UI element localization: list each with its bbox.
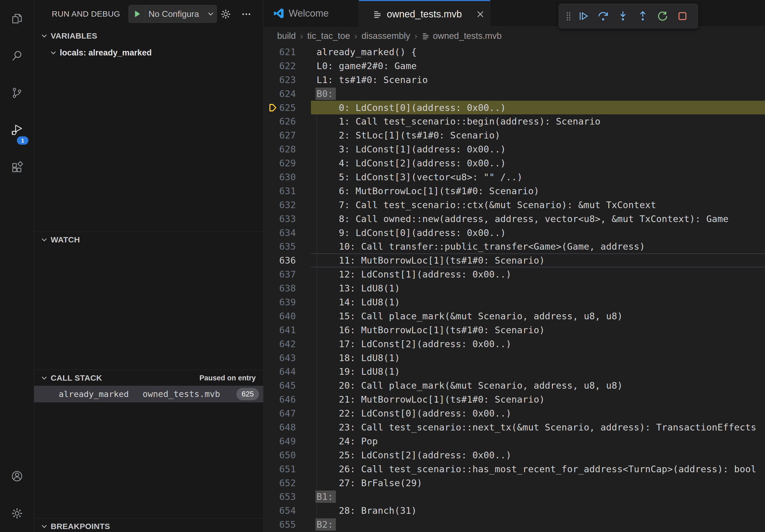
gutter-line-630[interactable]: 630	[264, 170, 311, 184]
code-line-632[interactable]: 632 7: Call test_scenario::ctx(&mut Scen…	[264, 198, 765, 212]
activity-bar-run-and-debug[interactable]: 1	[0, 112, 34, 149]
breakpoints-section-header[interactable]: BREAKPOINTS	[34, 518, 263, 532]
gutter-line-648[interactable]: 648	[264, 420, 311, 434]
gutter-line-655[interactable]: 655	[264, 518, 311, 531]
debug-settings-gear-icon[interactable]	[220, 9, 231, 20]
line-content[interactable]: 17: LdConst[2](address: 0x00..)	[311, 337, 765, 351]
activity-bar-search[interactable]	[0, 37, 34, 75]
line-content[interactable]: 25: LdConst[2](address: 0x00..)	[311, 448, 765, 462]
gutter-line-640[interactable]: 640	[264, 309, 311, 323]
code-editor[interactable]: 621already_marked() {622L0: game#2#0: Ga…	[264, 45, 765, 532]
code-line-650[interactable]: 650 25: LdConst[2](address: 0x00..)	[264, 448, 765, 462]
code-line-622[interactable]: 622L0: game#2#0: Game	[264, 59, 765, 73]
gutter-line-639[interactable]: 639	[264, 295, 311, 309]
code-line-646[interactable]: 646 21: MutBorrowLoc[1](ts#1#0: Scenario…	[264, 393, 765, 406]
line-content[interactable]: 20: Call place_mark(&mut Scenario, addre…	[311, 379, 765, 393]
line-content[interactable]: 14: LdU8(1)	[311, 295, 765, 309]
gutter-line-651[interactable]: 651	[264, 462, 311, 476]
line-content[interactable]: 12: LdConst[1](address: 0x00..)	[311, 267, 765, 281]
line-content[interactable]: 19: LdU8(1)	[311, 365, 765, 379]
call-stack-section-header[interactable]: CALL STACK Paused on entry	[34, 370, 263, 386]
start-debugging-icon[interactable]	[129, 5, 145, 23]
code-line-639[interactable]: 639 14: LdU8(1)	[264, 295, 765, 309]
gutter-line-638[interactable]: 638	[264, 281, 311, 295]
activity-bar-extensions[interactable]	[0, 149, 34, 186]
line-content[interactable]: 2: StLoc[1](ts#1#0: Scenario)	[311, 128, 765, 142]
line-content[interactable]: 0: LdConst[0](address: 0x00..)	[311, 101, 765, 115]
line-content[interactable]: B2:	[311, 518, 765, 531]
close-icon[interactable]	[476, 10, 485, 19]
watch-section-header[interactable]: WATCH	[34, 231, 263, 247]
continue-button[interactable]	[573, 6, 593, 26]
code-line-628[interactable]: 628 3: LdConst[1](address: 0x00..)	[264, 142, 765, 156]
line-content[interactable]: 23: Call test_scenario::next_tx(&mut Sce…	[311, 420, 765, 434]
code-line-633[interactable]: 633 8: Call owned::new(address, address,…	[264, 212, 765, 226]
gutter-line-629[interactable]: 629	[264, 156, 311, 170]
line-content[interactable]: 8: Call owned::new(address, address, vec…	[311, 212, 765, 226]
line-content[interactable]: 7: Call test_scenario::ctx(&mut Scenario…	[311, 198, 765, 212]
chevron-down-icon[interactable]	[205, 10, 217, 18]
gutter-line-635[interactable]: 635	[264, 239, 311, 253]
code-line-652[interactable]: 652 27: BrFalse(29)	[264, 476, 765, 490]
code-line-649[interactable]: 649 24: Pop	[264, 434, 765, 448]
line-content[interactable]: 3: LdConst[1](address: 0x00..)	[311, 142, 765, 156]
gutter-line-634[interactable]: 634	[264, 226, 311, 240]
code-line-623[interactable]: 623L1: ts#1#0: Scenario	[264, 73, 765, 87]
gutter-line-649[interactable]: 649	[264, 434, 311, 448]
gutter-line-650[interactable]: 650	[264, 448, 311, 462]
gutter-line-637[interactable]: 637	[264, 267, 311, 281]
line-content[interactable]: B1:	[311, 490, 765, 504]
gutter-line-636[interactable]: 636	[264, 253, 311, 267]
code-line-625[interactable]: 625 0: LdConst[0](address: 0x00..)	[264, 101, 765, 115]
line-content[interactable]: 26: Call test_scenario::has_most_recent_…	[311, 462, 765, 476]
tab-welcome[interactable]: Welcome	[264, 0, 359, 27]
line-content[interactable]: 6: MutBorrowLoc[1](ts#1#0: Scenario)	[311, 184, 765, 198]
line-content[interactable]: 1: Call test_scenario::begin(address): S…	[311, 115, 765, 128]
gutter-line-642[interactable]: 642	[264, 337, 311, 351]
gutter-line-641[interactable]: 641	[264, 323, 311, 337]
gutter-line-623[interactable]: 623	[264, 73, 311, 87]
code-line-624[interactable]: 624B0:	[264, 87, 765, 101]
debug-config-dropdown[interactable]: No Configura	[128, 5, 217, 23]
gutter-line-631[interactable]: 631	[264, 184, 311, 198]
code-line-645[interactable]: 645 20: Call place_mark(&mut Scenario, a…	[264, 379, 765, 393]
line-content[interactable]: 15: Call place_mark(&mut Scenario, addre…	[311, 309, 765, 323]
code-line-636[interactable]: 636 11: MutBorrowLoc[1](ts#1#0: Scenario…	[264, 253, 765, 267]
line-content[interactable]: 24: Pop	[311, 434, 765, 448]
code-line-621[interactable]: 621already_marked() {	[264, 45, 765, 59]
line-content[interactable]: 16: MutBorrowLoc[1](ts#1#0: Scenario)	[311, 323, 765, 337]
line-content[interactable]: 27: BrFalse(29)	[311, 476, 765, 490]
activity-bar-settings[interactable]	[0, 495, 34, 532]
code-line-655[interactable]: 655B2:	[264, 518, 765, 531]
gutter-line-624[interactable]: 624	[264, 87, 311, 101]
code-line-629[interactable]: 629 4: LdConst[2](address: 0x00..)	[264, 156, 765, 170]
breadcrumb-item-owned_tests.mvb[interactable]: owned_tests.mvb	[421, 31, 502, 41]
code-line-654[interactable]: 654 28: Branch(31)	[264, 504, 765, 518]
more-actions-icon[interactable]	[241, 10, 252, 19]
code-line-641[interactable]: 641 16: MutBorrowLoc[1](ts#1#0: Scenario…	[264, 323, 765, 337]
code-line-630[interactable]: 630 5: LdConst[3](vector<u8>: "" /..)	[264, 170, 765, 184]
line-content[interactable]: B0:	[311, 87, 765, 101]
breadcrumb-item-build[interactable]: build	[277, 31, 296, 41]
code-line-653[interactable]: 653B1:	[264, 490, 765, 504]
breadcrumb-item-tic_tac_toe[interactable]: tic_tac_toe	[307, 31, 350, 41]
activity-bar-account[interactable]	[0, 457, 34, 495]
breadcrumb-item-disassembly[interactable]: disassembly	[362, 31, 410, 41]
step-over-button[interactable]	[593, 6, 613, 26]
gutter-line-626[interactable]: 626	[264, 115, 311, 128]
code-line-635[interactable]: 635 10: Call transfer::public_transfer<G…	[264, 239, 765, 253]
code-line-647[interactable]: 647 22: LdConst[0](address: 0x00..)	[264, 406, 765, 420]
activity-bar-source-control[interactable]	[0, 75, 34, 112]
line-content[interactable]: 10: Call transfer::public_transfer<Game>…	[311, 239, 765, 253]
line-content[interactable]: 21: MutBorrowLoc[1](ts#1#0: Scenario)	[311, 393, 765, 406]
code-line-626[interactable]: 626 1: Call test_scenario::begin(address…	[264, 115, 765, 128]
code-line-640[interactable]: 640 15: Call place_mark(&mut Scenario, a…	[264, 309, 765, 323]
line-content[interactable]: 28: Branch(31)	[311, 504, 765, 518]
gutter-line-644[interactable]: 644	[264, 365, 311, 379]
toolbar-gripper-icon[interactable]	[564, 11, 573, 21]
gutter-line-625[interactable]: 625	[264, 101, 311, 115]
gutter-line-621[interactable]: 621	[264, 45, 311, 59]
step-into-button[interactable]	[613, 6, 633, 26]
restart-button[interactable]	[653, 6, 672, 26]
code-line-638[interactable]: 638 13: LdU8(1)	[264, 281, 765, 295]
